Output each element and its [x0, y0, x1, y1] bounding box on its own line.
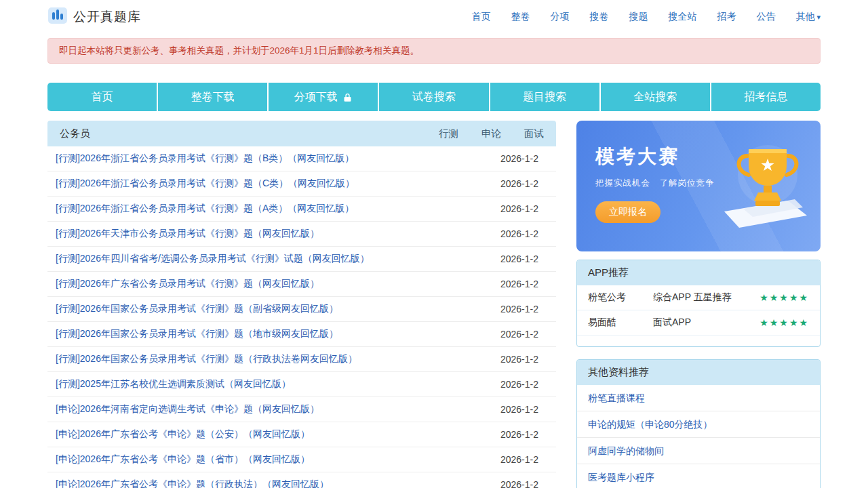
top-nav-search-site[interactable]: 搜全站 [668, 11, 696, 23]
paper-link[interactable]: [行测]2026年国家公务员录用考试《行测》题（行政执法卷网友回忆版） [56, 353, 357, 365]
paper-link[interactable]: [行测]2026年国家公务员录用考试《行测》题（地市级网友回忆版） [56, 328, 338, 340]
list-item: [行测]2026年浙江省公务员录用考试《行测》题（A类）（网友回忆版） 2026… [47, 197, 556, 222]
site-header: 公开真题库 首页 整卷 分项 搜卷 搜题 搜全站 招考 公告 其他 ▾ [0, 0, 868, 34]
main-nav-full-download[interactable]: 整卷下载 [158, 83, 267, 111]
chevron-down-icon: ▾ [816, 14, 821, 21]
category-title: 公务员 [60, 127, 90, 140]
resource-item: 粉笔直播课程 [577, 385, 820, 411]
list-item: [申论]2026年河南省定向选调生考试《申论》题（网友回忆版） 2026-1-2 [47, 397, 556, 422]
paper-link[interactable]: [行测]2026年浙江省公务员录用考试《行测》题（A类）（网友回忆版） [56, 203, 354, 215]
signup-button[interactable]: 立即报名 [595, 201, 660, 223]
paper-link[interactable]: [申论]2026年广东省公考《申论》题（省市）（网友回忆版） [56, 453, 310, 466]
site-logo[interactable]: 公开真题库 [47, 5, 141, 28]
paper-date: 2026-1-2 [492, 454, 538, 465]
top-nav: 首页 整卷 分项 搜卷 搜题 搜全站 招考 公告 其他 ▾ [471, 11, 821, 23]
paper-date: 2026-1-2 [492, 153, 538, 164]
resource-item: 医考题库小程序 [577, 464, 820, 488]
promo-banner: 模考大赛 把握实战机会 了解岗位竞争 立即报名 [576, 121, 821, 251]
main-nav: 首页 整卷下载 分项下载 试卷搜索 题目搜索 全站搜索 招考信息 [47, 83, 821, 111]
list-item: [行测]2026年四川省省考/选调公务员录用考试《行测》试题（网友回忆版） 20… [47, 247, 556, 272]
site-title: 公开真题库 [73, 8, 141, 26]
list-item: [行测]2026年天津市公务员录用考试《行测》题（网友回忆版） 2026-1-2 [47, 222, 556, 247]
resource-item: 阿虚同学的储物间 [577, 438, 820, 464]
resource-link[interactable]: 粉笔直播课程 [588, 392, 645, 403]
main-nav-question-search[interactable]: 题目搜索 [490, 83, 599, 111]
paper-link[interactable]: [行测]2026年国家公务员录用考试《行测》题（副省级网友回忆版） [56, 303, 338, 315]
list-item: [行测]2026年浙江省公务员录用考试《行测》题（C类）（网友回忆版） 2026… [47, 171, 556, 197]
app-panel-title: APP推荐 [577, 260, 820, 285]
app-desc: 综合APP 五星推荐 [653, 291, 732, 304]
list-item: [行测]2026年国家公务员录用考试《行测》题（副省级网友回忆版） 2026-1… [47, 297, 556, 322]
top-nav-search-papers[interactable]: 搜卷 [589, 11, 608, 23]
tab-mianshi[interactable]: 面试 [524, 127, 544, 140]
resource-item: 申论的规矩（申论80分绝技） [577, 411, 820, 438]
resource-link[interactable]: 阿虚同学的储物间 [588, 445, 664, 456]
paper-date: 2026-1-2 [492, 178, 538, 189]
paper-date: 2026-1-2 [492, 354, 538, 365]
paper-link[interactable]: [申论]2026年河南省定向选调生考试《申论》题（网友回忆版） [56, 403, 319, 415]
lock-icon [342, 92, 353, 102]
resource-link[interactable]: 申论的规矩（申论80分绝技） [588, 419, 713, 430]
top-nav-announcements[interactable]: 公告 [756, 11, 775, 23]
main-nav-home[interactable]: 首页 [47, 83, 157, 111]
promo-title: 模考大赛 [595, 144, 715, 169]
paper-list: 公务员 行测 申论 面试 [行测]2026年浙江省公务员录用考试《行测》题（B类… [47, 121, 556, 488]
promo-subtitle: 把握实战机会 了解岗位竞争 [595, 178, 715, 189]
paper-link[interactable]: [行测]2026年广东省公务员录用考试《行测》题（网友回忆版） [56, 278, 319, 290]
list-item: [申论]2026年广东省公考《申论》题（行政执法）（网友回忆版） 2026-1-… [47, 472, 556, 488]
paper-date: 2026-1-2 [492, 203, 538, 214]
resources-panel: 其他资料推荐 粉笔直播课程 申论的规矩（申论80分绝技） 阿虚同学的储物间 医考… [576, 359, 821, 488]
main-nav-recruit-info[interactable]: 招考信息 [711, 83, 821, 111]
paper-link[interactable]: [申论]2026年广东省公考《申论》题（公安）（网友回忆版） [56, 428, 310, 441]
app-link[interactable]: 易面酷 [588, 317, 653, 329]
paper-link[interactable]: [行测]2025年江苏名校优生选调素质测试（网友回忆版） [56, 378, 291, 390]
paper-date: 2026-1-2 [492, 228, 538, 239]
main-nav-site-search[interactable]: 全站搜索 [601, 83, 710, 111]
paper-link[interactable]: [行测]2026年浙江省公务员录用考试《行测》题（B类）（网友回忆版） [56, 152, 354, 165]
top-nav-full-papers[interactable]: 整卷 [511, 11, 530, 23]
tab-shenlun[interactable]: 申论 [481, 127, 501, 140]
star-rating-icon: ★★★★★ [760, 292, 809, 303]
paper-date: 2026-1-2 [492, 329, 538, 340]
paper-date: 2026-1-2 [492, 429, 538, 440]
main-nav-paper-search[interactable]: 试卷搜索 [379, 83, 488, 111]
list-item: [申论]2026年广东省公考《申论》题（省市）（网友回忆版） 2026-1-2 [47, 447, 556, 472]
paper-date: 2026-1-2 [492, 379, 538, 390]
paper-date: 2026-1-2 [492, 279, 538, 289]
paper-date: 2026-1-2 [492, 253, 538, 264]
list-item: [申论]2026年广东省公考《申论》题（公安）（网友回忆版） 2026-1-2 [47, 422, 556, 447]
app-link[interactable]: 粉笔公考 [588, 291, 653, 304]
resource-link[interactable]: 医考题库小程序 [588, 472, 654, 483]
list-item: [行测]2025年江苏名校优生选调素质测试（网友回忆版） 2026-1-2 [47, 372, 556, 397]
paper-date: 2026-1-2 [492, 479, 538, 488]
resources-panel-title: 其他资料推荐 [577, 360, 820, 385]
app-panel: APP推荐 粉笔公考 综合APP 五星推荐 ★★★★★ 易面酷 面试APP ★★… [576, 260, 821, 347]
paper-list-header: 公务员 行测 申论 面试 [47, 121, 556, 146]
tab-xingce[interactable]: 行测 [439, 127, 458, 140]
list-item: [行测]2026年浙江省公务员录用考试《行测》题（B类）（网友回忆版） 2026… [47, 146, 556, 171]
list-item: [行测]2026年国家公务员录用考试《行测》题（行政执法卷网友回忆版） 2026… [47, 347, 556, 372]
list-item: [行测]2026年国家公务员录用考试《行测》题（地市级网友回忆版） 2026-1… [47, 322, 556, 347]
paper-date: 2026-1-2 [492, 304, 538, 314]
paper-link[interactable]: [行测]2026年浙江省公务员录用考试《行测》题（C类）（网友回忆版） [56, 178, 355, 190]
app-item: 易面酷 面试APP ★★★★★ [577, 310, 820, 336]
list-item: [行测]2026年广东省公务员录用考试《行测》题（网友回忆版） 2026-1-2 [47, 272, 556, 297]
top-nav-sections[interactable]: 分项 [550, 11, 569, 23]
star-rating-icon: ★★★★★ [760, 317, 809, 328]
notice-banner: 即日起本站将只更新公考、事考相关真题，并计划于2026年1月1日后删除教考相关真… [47, 38, 821, 64]
trophy-icon [720, 138, 812, 233]
paper-list-tabs: 行测 申论 面试 [439, 127, 544, 140]
main-nav-section-download[interactable]: 分项下载 [269, 83, 378, 111]
app-item: 粉笔公考 综合APP 五星推荐 ★★★★★ [577, 285, 820, 310]
paper-link[interactable]: [行测]2026年天津市公务员录用考试《行测》题（网友回忆版） [56, 228, 319, 240]
site-logo-icon [47, 5, 68, 28]
top-nav-recruit[interactable]: 招考 [717, 11, 736, 23]
top-nav-home[interactable]: 首页 [471, 11, 490, 23]
top-nav-other-dropdown[interactable]: 其他 ▾ [795, 11, 821, 23]
app-desc: 面试APP [653, 317, 691, 329]
top-nav-search-questions[interactable]: 搜题 [629, 11, 648, 23]
paper-date: 2026-1-2 [492, 404, 538, 415]
paper-link[interactable]: [行测]2026年四川省省考/选调公务员录用考试《行测》试题（网友回忆版） [56, 253, 370, 265]
paper-link[interactable]: [申论]2026年广东省公考《申论》题（行政执法）（网友回忆版） [56, 479, 329, 488]
